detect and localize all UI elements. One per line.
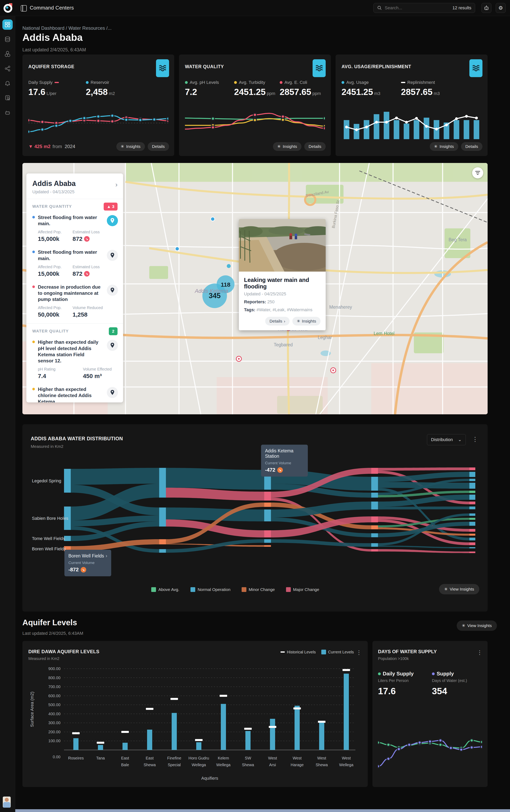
dashboard-root: Command Centers 12 results ⚙ (0, 0, 510, 812)
svg-text:500.00: 500.00 (48, 702, 60, 707)
filter-icon (475, 171, 480, 175)
svg-text:Harage: Harage (291, 763, 304, 767)
kebab-menu[interactable]: ⋮ (356, 649, 362, 656)
legend-reservoir: Reservoir (86, 80, 109, 85)
search-icon (377, 5, 382, 10)
view-insights-button[interactable]: ✳View Insights (454, 620, 497, 631)
breadcrumb[interactable]: National Dashboard / Water Resources /..… (22, 25, 112, 31)
svg-text:SW: SW (245, 756, 251, 760)
incident-item[interactable]: Decrease in production due to ongoing ma… (26, 279, 123, 320)
locate-pin-button[interactable] (107, 215, 118, 226)
popup-details-button[interactable]: Details› (265, 317, 290, 325)
details-button[interactable]: Details (304, 142, 326, 151)
svg-text:Wellega: Wellega (192, 763, 206, 767)
svg-text:West: West (293, 756, 302, 760)
sidebar-item-dashboard[interactable] (2, 20, 13, 30)
sidebar-item-assistant[interactable] (2, 108, 13, 118)
robot-icon (4, 110, 11, 116)
svg-text:Shewa: Shewa (242, 763, 254, 767)
incident-item[interactable]: Street flooding from water main. Affecte… (26, 209, 123, 244)
details-button[interactable]: Details (461, 142, 482, 151)
svg-text:Tana: Tana (96, 756, 105, 760)
kebab-menu[interactable]: ⋮ (472, 436, 478, 443)
sidebar-toggle-icon[interactable] (21, 5, 27, 11)
svg-text:Boren Well Fields: Boren Well Fields (32, 546, 66, 551)
settings-button[interactable]: ⚙ (496, 3, 506, 13)
popup-insights-button[interactable]: ✳Insights (292, 317, 321, 325)
svg-text:East: East (121, 756, 129, 760)
chevron-right-icon[interactable]: › (106, 553, 107, 559)
details-button[interactable]: Details (148, 142, 169, 151)
water-waves-icon (469, 59, 482, 77)
svg-text:Tegbared: Tegbared (274, 342, 293, 347)
sankey-tooltip-station: Addis Ketema Station Current Volume -472… (261, 445, 308, 476)
usage-chart (341, 105, 481, 139)
insights-button[interactable]: ✳Insights (273, 142, 301, 151)
top-bar: Command Centers 12 results ⚙ (0, 0, 510, 16)
water-quality-chart (185, 105, 325, 139)
sidebar-item-assets[interactable] (2, 49, 13, 59)
sankey-tooltip-boren: Boren Well Fields› Current Volume -872↘ (64, 550, 111, 576)
days-supply-chart (378, 718, 482, 778)
legend-turbidity: Avg. Turbidity (234, 80, 265, 85)
pin-icon (110, 253, 115, 258)
view-insights-button[interactable]: ✳View Insights (436, 584, 479, 594)
sparkle-icon: ✳ (462, 623, 466, 628)
svg-text:600.00: 600.00 (48, 694, 60, 698)
svg-text:West: West (268, 756, 277, 760)
dire-subtitle: Measured in Km2 (28, 657, 59, 661)
sidebar-nav (0, 16, 15, 812)
stat-usage: 2451.25m3 (341, 87, 380, 97)
sankey-title: ADDIS ABABA WATER DISTRIBUTION (31, 436, 123, 441)
sidebar-item-data[interactable] (2, 34, 13, 45)
user-avatar[interactable] (3, 796, 11, 808)
map-filter-button[interactable] (472, 167, 483, 178)
svg-text:Sabien Bore Holes: Sabien Bore Holes (32, 516, 68, 521)
pin-icon (110, 218, 115, 224)
sparkle-icon: ✳ (434, 144, 438, 149)
incident-photo (239, 219, 326, 271)
svg-text:Horo Gudru: Horo Gudru (188, 756, 209, 760)
sidebar-item-reports[interactable] (2, 93, 13, 103)
section-water-quantity: WATER QUANTITY (32, 204, 72, 208)
app-title: Command Centers (30, 5, 74, 11)
search-box[interactable]: 12 results (373, 3, 475, 13)
incident-popup: Leaking water main and flooding Updated … (239, 219, 326, 330)
sankey-subtitle: Measured in Km2 (31, 444, 63, 449)
incident-item[interactable]: Higher than expected chlorine detected A… (26, 381, 123, 402)
legend-ph: Avg. pH Levels (185, 80, 219, 85)
locate-pin-button[interactable] (107, 250, 118, 261)
svg-text:Bale: Bale (121, 763, 129, 767)
incident-panel: Addis Ababa Updated - 04/13/2025 › WATER… (26, 173, 123, 402)
page-title: Addis Ababa (22, 32, 83, 43)
incident-item[interactable]: Higher than expected daily pH level dete… (26, 334, 123, 381)
dire-dawa-bar-chart: 900.00800.00700.00600.00500.00400.00300.… (26, 661, 361, 784)
sidebar-item-alerts[interactable] (2, 78, 13, 88)
incident-item[interactable]: Street flooding from water main. Affecte… (26, 244, 123, 279)
daily-supply-stat: Daily Supply Liters Per Person 17.6 (378, 671, 414, 696)
quantity-badge: ▲ 3 (104, 203, 118, 210)
assistant-button[interactable] (481, 3, 491, 13)
sidebar-item-network[interactable] (2, 63, 13, 74)
locate-pin-button[interactable] (107, 340, 118, 351)
stat-ph: 7.2 (185, 87, 197, 97)
pin-icon (110, 390, 115, 395)
sparkle-icon: ✳ (121, 144, 124, 149)
locate-pin-button[interactable] (107, 285, 118, 296)
svg-text:Aquifiers: Aquifiers (201, 776, 218, 781)
svg-text:Surface Area (m2): Surface Area (m2) (30, 692, 34, 727)
locate-pin-button[interactable] (107, 387, 118, 398)
svg-text:Wellega: Wellega (216, 763, 231, 767)
distribution-dropdown[interactable]: Distribution⌄ (427, 434, 466, 445)
popup-title: Leaking water main and flooding (244, 277, 321, 290)
aquifer-levels-title: Aquifer Levels (22, 618, 77, 627)
insights-button[interactable]: ✳Insights (116, 142, 145, 151)
city-map[interactable]: 345118 Addis KetemaAutobus TeraBeg TeraL… (22, 163, 488, 414)
legend-daily-supply: Daily Supply (28, 80, 59, 85)
search-input[interactable] (384, 5, 452, 11)
insights-button[interactable]: ✳Insights (430, 142, 458, 151)
popup-reporters: Reporters: 250 (244, 299, 321, 304)
next-section-edge (15, 809, 510, 812)
chevron-right-icon[interactable]: › (115, 181, 118, 188)
kebab-menu[interactable]: ⋮ (477, 649, 482, 656)
